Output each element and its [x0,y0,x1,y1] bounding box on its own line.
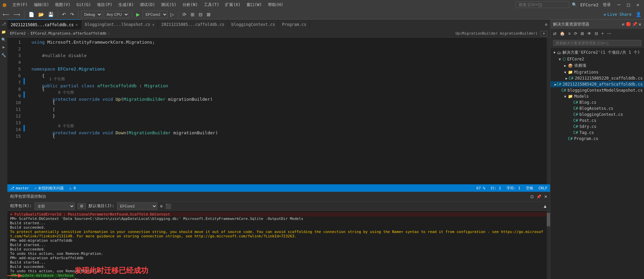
git-status[interactable]: ⎇ master [10,186,29,190]
se-icon-1[interactable]: ⇄ [622,22,624,27]
tab-settings-button[interactable]: ⚙ [542,22,550,27]
menu-project[interactable]: 项目(P) [94,1,115,8]
se-close-button[interactable]: ✕ [639,21,641,27]
tab-active[interactable]: 20211215085...caffolddb.cs ✕ [7,19,82,30]
se-preview-button[interactable]: 👁 [586,31,593,37]
se-project-root[interactable]: ▼ ⬡ EFCore2 [550,56,644,62]
se-scaffolddb-cs[interactable]: ▶ C# 20211215085220_scaffolddb.cs [550,75,644,81]
tab-3[interactable]: bloggingContext.cs [228,19,279,30]
console-pin-button[interactable]: 📌 [536,194,541,199]
sidebar-run-icon[interactable]: ▶ [1,44,7,50]
run-target-select[interactable]: EFCore2 [143,11,168,18]
se-blog-cs[interactable]: C# Blog.cs [550,99,644,105]
se-new-button[interactable]: + [600,31,605,37]
se-blogassets-cs[interactable]: C# BlogAssetss.cs [550,105,644,111]
se-settings-2-button[interactable]: ⊞ [579,31,585,37]
se-icon-3[interactable]: 📌 [632,22,637,27]
menu-extensions[interactable]: 扩展(X) [222,1,243,8]
search-icon[interactable]: 🔍 [572,2,577,7]
toolbar-account-button[interactable]: 👤 [634,11,643,18]
se-program-cs[interactable]: C# Program.cs [550,136,644,142]
se-post-cs[interactable]: C# Post.cs [550,118,644,124]
minimize-button[interactable]: ─ [615,2,622,7]
se-refresh-button[interactable]: ⟳ [573,31,579,37]
sidebar-explorer-icon[interactable]: 📁 [1,29,7,35]
breadcrumb-method[interactable]: Up(MigrationBuilder migrationBuilder) [455,31,538,36]
se-bloggingcontext-cs[interactable]: C# bloggingContext.cs [550,111,644,118]
menu-window[interactable]: 窗口(W) [244,1,265,8]
menu-help[interactable]: 帮助(H) [265,1,286,8]
toolbar-undo-button[interactable]: ↶ [61,11,67,18]
console-settings-button[interactable]: ⚙ [77,203,86,209]
login-button[interactable]: 登录 [603,2,611,8]
menu-build[interactable]: 生成(B) [116,1,137,8]
tab-4[interactable]: Program.cs [279,19,310,30]
maximize-button[interactable]: □ [625,2,632,7]
menu-file[interactable]: 文件(F) [10,1,31,8]
sidebar-tools-icon[interactable]: 🔧 [1,52,7,58]
se-tag-cs[interactable]: C# Tag.cs [550,130,644,136]
menu-analyze[interactable]: 分析(N) [180,1,201,8]
start-button[interactable]: ▷ [169,11,175,18]
platform-select[interactable]: Any CPU [104,11,129,18]
toolbar-redo-button[interactable]: ↷ [69,11,75,18]
menu-git[interactable]: Git(G) [74,2,94,8]
se-filter-button[interactable]: ≡ [567,31,572,37]
se-dependencies[interactable]: ▶ 📦 依赖项 [550,62,644,69]
se-snapshot-cs[interactable]: C# bloggingContextModelSnapshot.cs [550,87,644,93]
breadcrumb-project[interactable]: EFCore2 [10,31,25,36]
error-status[interactable]: ✓ 未找到相关问题 [35,186,64,191]
se-sync-button[interactable]: ⇄ [552,31,558,37]
toolbar-extra-1[interactable]: ⟳ [181,11,188,18]
se-collapse-button[interactable]: ⊟ [593,31,599,37]
close-button[interactable]: ✕ [635,2,641,7]
se-sdry-cs[interactable]: C# Sdry.cs [550,124,644,130]
code-content[interactable]: using Microsoft.EntityFrameworkCore.Migr… [29,38,547,184]
console-close-button[interactable]: ✕ [544,194,547,199]
menu-test[interactable]: 测试(S) [158,1,179,8]
se-models-folder[interactable]: ▼ 📁 Models [550,93,644,99]
add-file-button[interactable]: + [540,31,547,36]
toolbar-extra-4[interactable]: ⊠ [205,11,212,18]
toolbar-forward-button[interactable]: ⟶ [12,11,21,18]
se-afterscaffolddb-cs[interactable]: ▶ C# 20211215085420_afterScaffolddb.cs [550,81,644,87]
se-more-button[interactable]: ⋯ [606,31,612,37]
console-scrollbar[interactable] [547,211,550,279]
console-float-button[interactable]: ⊡ [530,194,534,199]
se-solution-root[interactable]: ▼ 🗂 解决方案'EFCore2'(1 个项目/共 1 个) [550,49,644,56]
default-project-select[interactable]: EFCore2 [117,202,157,210]
console-scroll-button[interactable]: ▲ [543,203,547,209]
tab-close-active[interactable]: ✕ [76,23,78,27]
toolbar-new-button[interactable]: 📄 [27,11,36,18]
console-stop-button[interactable]: ⬛ [165,203,171,209]
tab-1[interactable]: bloggingCont...lSnapshot.cs ✕ [82,19,158,30]
tab-close-1[interactable]: ✕ [152,23,154,27]
run-button[interactable]: ▶ [135,11,141,18]
tab-2[interactable]: 20211215085...caffolddb.cs [158,19,228,30]
toolbar-extra-2[interactable]: ⊞ [189,11,196,18]
se-icon-2[interactable]: 🔴 [626,22,631,27]
editor-scrollbar[interactable] [547,38,550,184]
toolbar-extra-3[interactable]: ⊟ [197,11,204,18]
console-list-button[interactable]: ≡ [160,203,163,209]
debug-config-select[interactable]: Debug [81,11,102,18]
live-share-button[interactable]: ⇄ Live Share [604,12,632,17]
menu-debug[interactable]: 调试(D) [137,1,158,8]
sidebar-search-icon[interactable]: 🔍 [1,36,7,43]
menu-view[interactable]: 视图(V) [52,1,73,8]
toolbar-back-button[interactable]: ⟵ [1,11,11,18]
package-source-select[interactable]: 全部 [35,202,75,210]
se-home-button[interactable]: 🏠 [558,31,566,37]
breadcrumb-namespace[interactable]: EFCore2.Migrations.afterScaffolddb [31,31,106,36]
toolbar-save-button[interactable]: 💾 [47,11,55,18]
menu-edit[interactable]: 编辑(E) [31,1,52,8]
toolbar-open-button[interactable]: 📂 [37,11,45,18]
console-content[interactable]: + FullyQualifiedErrorId : PositionalPara… [7,211,550,279]
sidebar-source-control-icon[interactable]: ⎇ [1,21,7,27]
global-search-input[interactable] [516,1,569,8]
code-editor[interactable]: 1 2 3 4 5 6 7 8 9 10 11 12 13 14 15 [7,38,550,184]
menu-tools[interactable]: 工具(T) [201,1,222,8]
se-search-input[interactable] [553,40,641,46]
warning-status[interactable]: ⚠ 0 [69,186,76,190]
se-migrations-folder[interactable]: ▼ 📁 Migrations [550,69,644,75]
